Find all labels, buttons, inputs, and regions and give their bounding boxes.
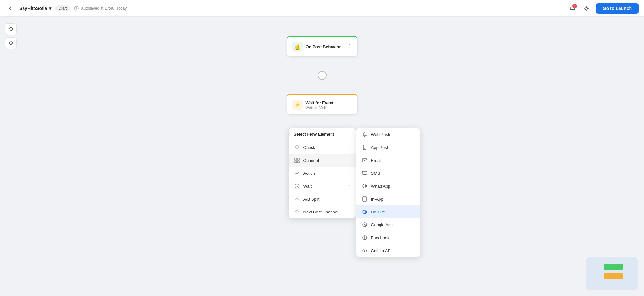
mini-map	[586, 257, 638, 290]
mini-map-green-node	[604, 264, 623, 270]
node-icon-behavior: 🔔	[292, 42, 303, 52]
channel-item-facebook[interactable]: Facebook	[356, 231, 420, 244]
flow-item-wait[interactable]: Wait ›	[289, 180, 356, 192]
topbar-left: SayHitoSofia ▾ Draft Autosaved at 17:46,…	[5, 3, 127, 14]
next-best-channel-icon	[294, 209, 300, 215]
node-title-wait: Wait for Event	[306, 100, 352, 105]
svg-rect-5	[297, 161, 299, 163]
channel-item-web-push[interactable]: Web Push	[356, 128, 420, 141]
flow-item-action[interactable]: Action ›	[289, 167, 356, 180]
svg-text:G: G	[364, 224, 366, 227]
app-push-icon	[361, 144, 368, 151]
wait-chevron: ›	[349, 184, 351, 188]
settings-icon	[583, 5, 590, 12]
flow-element-header: Select Flow Element	[289, 128, 356, 141]
redo-icon	[8, 41, 14, 46]
svg-point-8	[296, 212, 297, 212]
topbar: SayHitoSofia ▾ Draft Autosaved at 17:46,…	[0, 0, 644, 17]
channel-item-in-app[interactable]: In-App	[356, 192, 420, 205]
wait-icon	[294, 183, 300, 189]
google-ads-icon: G	[361, 222, 368, 228]
on-site-icon	[361, 209, 368, 215]
email-icon	[361, 157, 368, 163]
redo-button[interactable]	[5, 37, 17, 49]
launch-button[interactable]: Go to Launch	[596, 3, 639, 14]
svg-rect-11	[362, 159, 367, 162]
channel-item-app-push[interactable]: App Push	[356, 141, 420, 154]
back-button[interactable]	[5, 3, 15, 14]
settings-button[interactable]	[582, 3, 592, 14]
call-api-icon	[361, 247, 368, 254]
svg-rect-9	[363, 145, 366, 150]
action-chevron: ›	[349, 171, 351, 175]
channel-submenu: Web Push App Push	[356, 128, 420, 257]
svg-point-1	[586, 7, 587, 9]
channel-item-whatsapp[interactable]: WhatsApp	[356, 180, 420, 192]
dropdown-icon: ▾	[49, 6, 51, 11]
channel-item-sms[interactable]: SMS	[356, 167, 420, 180]
undo-icon	[8, 26, 14, 32]
in-app-icon	[361, 196, 368, 202]
node-icon-wait: ⚡	[292, 100, 303, 110]
node-wait-for-event[interactable]: ⚡ Wait for Event Website Visit	[287, 94, 358, 115]
web-push-icon	[361, 131, 368, 138]
svg-point-18	[363, 236, 367, 240]
autosave-status: Autosaved at 17:46, Today	[74, 6, 127, 11]
channel-item-google-ads[interactable]: G Google Ads	[356, 218, 420, 231]
canvas: 🔔 On Post Behavior ⋮ + ⚡ Wait for Event …	[0, 17, 644, 296]
channel-item-on-site[interactable]: On-Site	[356, 205, 420, 218]
check-chevron: ›	[349, 145, 351, 150]
channel-item-email[interactable]: Email	[356, 154, 420, 167]
panel-wrapper: Select Flow Element Check ›	[288, 128, 356, 219]
svg-rect-4	[295, 161, 297, 163]
svg-rect-3	[297, 158, 299, 160]
ab-split-icon	[294, 196, 300, 202]
left-toolbar	[5, 23, 17, 49]
undo-button[interactable]	[5, 23, 17, 35]
node-on-post-behavior[interactable]: 🔔 On Post Behavior ⋮	[287, 36, 358, 57]
connector-2	[322, 81, 322, 94]
notification-button[interactable]: 6	[567, 3, 578, 14]
flow-item-ab-split[interactable]: A/B Split	[289, 192, 356, 205]
node-text-wait: Wait for Event Website Visit	[306, 100, 352, 110]
mini-map-line	[613, 270, 613, 273]
action-icon	[294, 170, 300, 176]
node-text-behavior: On Post Behavior	[306, 44, 343, 49]
flow-item-check[interactable]: Check ›	[289, 141, 356, 154]
channel-icon	[294, 157, 300, 163]
flow-item-next-best-channel[interactable]: Next Best Channel	[289, 205, 356, 218]
whatsapp-icon	[361, 183, 368, 189]
node-menu-behavior[interactable]: ⋮	[346, 43, 352, 50]
select-flow-element-panel: Select Flow Element Check ›	[288, 128, 356, 219]
node-title-behavior: On Post Behavior	[306, 44, 343, 49]
check-icon	[294, 144, 300, 151]
add-node-button-1[interactable]: +	[318, 71, 327, 80]
facebook-icon	[361, 234, 368, 241]
flow-item-channel[interactable]: Channel ›	[289, 154, 356, 167]
channel-item-call-api[interactable]: Call an API	[356, 244, 420, 257]
svg-rect-12	[362, 171, 367, 174]
connector-3	[322, 115, 322, 128]
node-subtitle-wait: Website Visit	[306, 106, 352, 110]
flow-container: 🔔 On Post Behavior ⋮ + ⚡ Wait for Event …	[287, 36, 358, 219]
mini-map-orange-node	[604, 273, 623, 279]
notification-badge: 6	[572, 4, 577, 8]
connector-1	[322, 57, 322, 70]
svg-rect-2	[295, 158, 297, 160]
topbar-right: 6 Go to Launch	[567, 3, 639, 14]
sms-icon	[361, 170, 368, 176]
draft-badge: Draft	[55, 5, 70, 11]
svg-point-10	[364, 148, 365, 149]
channel-chevron: ›	[349, 158, 351, 163]
project-name[interactable]: SayHitoSofia ▾	[19, 6, 51, 11]
autosave-icon	[74, 6, 79, 11]
svg-point-13	[363, 184, 367, 188]
